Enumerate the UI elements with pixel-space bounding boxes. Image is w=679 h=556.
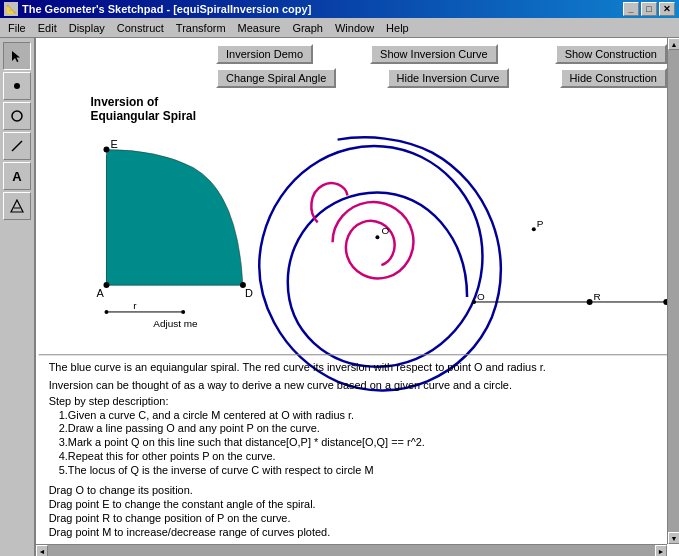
svg-line-3 xyxy=(12,141,22,151)
custom-tool[interactable] xyxy=(3,192,31,220)
scroll-down-button[interactable]: ▼ xyxy=(668,532,679,544)
svg-text:O: O xyxy=(381,225,389,236)
show-inversion-curve-button[interactable]: Show Inversion Curve xyxy=(370,44,498,64)
svg-text:2.Draw a line passing O and an: 2.Draw a line passing O and any point P … xyxy=(59,422,320,434)
scroll-track-v[interactable] xyxy=(668,50,679,532)
svg-point-1 xyxy=(14,83,20,89)
svg-marker-0 xyxy=(12,51,20,62)
svg-text:Equiangular Spiral: Equiangular Spiral xyxy=(91,109,196,123)
svg-text:Adjust me: Adjust me xyxy=(153,318,198,329)
vertical-scrollbar[interactable]: ▲ ▼ xyxy=(667,38,679,544)
point-tool[interactable] xyxy=(3,72,31,100)
horizontal-scrollbar[interactable]: ◄ ► xyxy=(36,544,667,556)
content-area[interactable]: Inversion of Equiangular Spiral A D E r … xyxy=(36,38,679,556)
menu-construct[interactable]: Construct xyxy=(111,19,170,37)
svg-text:P: P xyxy=(537,218,544,229)
title-bar: 📐 The Geometer's Sketchpad - [equiSpiral… xyxy=(0,0,679,18)
main-container: A Inversion of Equiangular Spiral A xyxy=(0,38,679,556)
svg-text:5.The locus of Q is the invers: 5.The locus of Q is the inverse of curve… xyxy=(59,464,374,476)
svg-text:3.Mark a point Q on this line : 3.Mark a point Q on this line such that … xyxy=(59,436,425,448)
svg-point-26 xyxy=(587,299,593,305)
change-spiral-angle-button[interactable]: Change Spiral Angle xyxy=(216,68,336,88)
scroll-left-button[interactable]: ◄ xyxy=(36,545,48,556)
close-button[interactable]: ✕ xyxy=(659,2,675,16)
svg-text:D: D xyxy=(245,287,253,299)
svg-text:Drag point E to change the con: Drag point E to change the constant angl… xyxy=(49,498,316,510)
scroll-up-button[interactable]: ▲ xyxy=(668,38,679,50)
hide-inversion-curve-button[interactable]: Hide Inversion Curve xyxy=(387,68,510,88)
inversion-demo-button[interactable]: Inversion Demo xyxy=(216,44,313,64)
svg-point-16 xyxy=(181,310,185,314)
toolbar: A xyxy=(0,38,36,556)
menu-edit[interactable]: Edit xyxy=(32,19,63,37)
svg-text:E: E xyxy=(110,138,117,150)
select-tool[interactable] xyxy=(3,42,31,70)
menu-bar: File Edit Display Construct Transform Me… xyxy=(0,18,679,38)
hide-construction-button[interactable]: Hide Construction xyxy=(560,68,667,88)
menu-transform[interactable]: Transform xyxy=(170,19,232,37)
svg-point-21 xyxy=(532,227,536,231)
svg-text:A: A xyxy=(97,287,105,299)
maximize-button[interactable]: □ xyxy=(641,2,657,16)
menu-file[interactable]: File xyxy=(2,19,32,37)
svg-point-12 xyxy=(103,147,109,153)
svg-text:r: r xyxy=(133,300,137,311)
scroll-right-button[interactable]: ► xyxy=(655,545,667,556)
svg-text:Step by step description:: Step by step description: xyxy=(49,395,169,407)
text-tool[interactable]: A xyxy=(3,162,31,190)
svg-text:1.Given a curve C, and a circl: 1.Given a curve C, and a circle M center… xyxy=(59,409,354,421)
svg-point-2 xyxy=(12,111,22,121)
svg-point-15 xyxy=(104,310,108,314)
svg-text:O: O xyxy=(477,291,485,302)
svg-text:Inversion of: Inversion of xyxy=(91,95,159,109)
svg-text:R: R xyxy=(594,291,601,302)
svg-marker-4 xyxy=(11,200,23,212)
svg-text:Inversion can be thought of as: Inversion can be thought of as a way to … xyxy=(49,379,512,391)
menu-window[interactable]: Window xyxy=(329,19,380,37)
svg-text:4.Repeat this for other points: 4.Repeat this for other points P on the … xyxy=(59,450,276,462)
app-icon: 📐 xyxy=(4,2,18,16)
show-construction-button[interactable]: Show Construction xyxy=(555,44,667,64)
menu-measure[interactable]: Measure xyxy=(232,19,287,37)
svg-text:Drag point R to change positio: Drag point R to change position of P on … xyxy=(49,512,291,524)
svg-text:Drag O to change its position.: Drag O to change its position. xyxy=(49,484,193,496)
scroll-track-h[interactable] xyxy=(48,545,655,556)
sketch-canvas: Inversion of Equiangular Spiral A D E r … xyxy=(36,38,679,556)
svg-text:The blue curve is an equiangul: The blue curve is an equiangular spiral.… xyxy=(49,361,546,373)
menu-graph[interactable]: Graph xyxy=(286,19,329,37)
window-title: The Geometer's Sketchpad - [equiSpiralIn… xyxy=(22,3,311,15)
line-tool[interactable] xyxy=(3,132,31,160)
menu-display[interactable]: Display xyxy=(63,19,111,37)
svg-point-8 xyxy=(103,282,109,288)
svg-text:Drag point M to increase/decre: Drag point M to increase/decrease range … xyxy=(49,526,331,538)
compass-tool[interactable] xyxy=(3,102,31,130)
menu-help[interactable]: Help xyxy=(380,19,415,37)
minimize-button[interactable]: _ xyxy=(623,2,639,16)
svg-point-19 xyxy=(375,235,379,239)
